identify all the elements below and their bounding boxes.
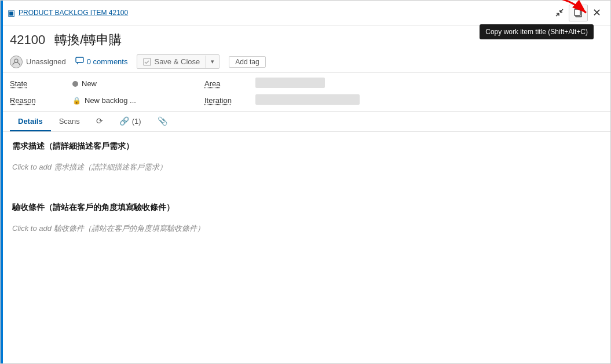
- acceptance-section: 驗收條件（請站在客戶的角度填寫驗收條件） Click to add 驗收條件（請…: [12, 203, 599, 238]
- tab-attachments[interactable]: 📎: [149, 112, 175, 131]
- reason-label: Reason: [10, 96, 68, 105]
- state-dot-icon: [72, 81, 78, 87]
- iteration-value[interactable]: [255, 94, 601, 106]
- attachment-icon: 📎: [158, 116, 167, 126]
- lock-icon: 🔒: [72, 97, 81, 105]
- svg-rect-2: [575, 9, 580, 16]
- section-spacer: [12, 191, 599, 203]
- assignee-label: Unassigned: [26, 57, 66, 66]
- tab-scans[interactable]: Scans: [51, 112, 88, 131]
- iteration-input: [255, 94, 360, 105]
- avatar: [10, 56, 23, 68]
- area-input: [255, 78, 325, 88]
- svg-point-3: [14, 59, 18, 62]
- tab-links-count: (1): [132, 117, 141, 126]
- tab-history[interactable]: ⟳: [88, 112, 111, 131]
- description-section: 需求描述（請詳細描述客戶需求） Click to add 需求描述（請詳細描述客…: [12, 141, 599, 177]
- header-left: ▣ PRODUCT BACKLOG ITEM 42100: [8, 8, 128, 17]
- reason-value[interactable]: 🔒 New backlog ...: [72, 96, 200, 105]
- breadcrumb-link[interactable]: PRODUCT BACKLOG ITEM 42100: [19, 9, 128, 17]
- acceptance-placeholder[interactable]: Click to add 驗收條件（請站在客戶的角度填寫驗收條件）: [12, 219, 599, 238]
- save-close-group: Save & Close ▾: [137, 54, 219, 69]
- work-item-title[interactable]: 轉換/轉申購: [54, 31, 122, 49]
- add-tag-button[interactable]: Add tag: [229, 56, 265, 68]
- save-close-dropdown-button[interactable]: ▾: [206, 56, 219, 68]
- save-close-label: Save & Close: [154, 57, 200, 66]
- assignee-field[interactable]: Unassigned: [10, 56, 66, 68]
- links-icon: 🔗: [119, 116, 129, 126]
- work-item-id: 42100: [10, 32, 45, 47]
- comment-icon: [75, 57, 84, 67]
- panel-header: ▣ PRODUCT BACKLOG ITEM 42100: [1, 1, 610, 25]
- area-value[interactable]: [255, 78, 601, 90]
- area-label: Area: [204, 79, 251, 88]
- header-right: Copy work item title (Shift+Alt+C) ✕: [553, 4, 603, 21]
- close-button[interactable]: ✕: [590, 4, 603, 21]
- toolbar-row: Unassigned 0 comments Save & Close ▾ Add: [1, 52, 610, 73]
- work-item-type-icon: ▣: [8, 8, 15, 17]
- comments-count: 0 comments: [87, 57, 128, 66]
- state-text: New: [82, 79, 97, 88]
- svg-rect-4: [76, 57, 83, 62]
- description-placeholder[interactable]: Click to add 需求描述（請詳細描述客戶需求）: [12, 157, 599, 177]
- acceptance-heading: 驗收條件（請站在客戶的角度填寫驗收條件）: [12, 203, 599, 213]
- fields-row: State New Area Reason 🔒 New backlog ... …: [1, 73, 610, 112]
- tab-scans-label: Scans: [59, 117, 80, 126]
- content-area: 需求描述（請詳細描述客戶需求） Click to add 需求描述（請詳細描述客…: [1, 132, 610, 363]
- copy-button-wrapper: Copy work item title (Shift+Alt+C): [569, 5, 588, 21]
- state-label: State: [10, 79, 68, 88]
- tabs-bar: Details Scans ⟳ 🔗 (1) 📎: [1, 112, 610, 132]
- tab-details[interactable]: Details: [10, 112, 51, 131]
- tab-links[interactable]: 🔗 (1): [111, 112, 149, 131]
- copy-tooltip: Copy work item title (Shift+Alt+C): [480, 24, 594, 39]
- state-value[interactable]: New: [72, 79, 200, 88]
- minimize-button[interactable]: [553, 6, 566, 20]
- comments-link[interactable]: 0 comments: [75, 57, 128, 67]
- history-icon: ⟳: [96, 116, 103, 126]
- tab-details-label: Details: [18, 117, 43, 126]
- copy-title-button[interactable]: [569, 5, 588, 21]
- save-close-button[interactable]: Save & Close: [137, 55, 206, 68]
- reason-text: New backlog ...: [85, 96, 136, 105]
- description-heading: 需求描述（請詳細描述客戶需求）: [12, 141, 599, 152]
- iteration-label: Iteration: [204, 96, 251, 105]
